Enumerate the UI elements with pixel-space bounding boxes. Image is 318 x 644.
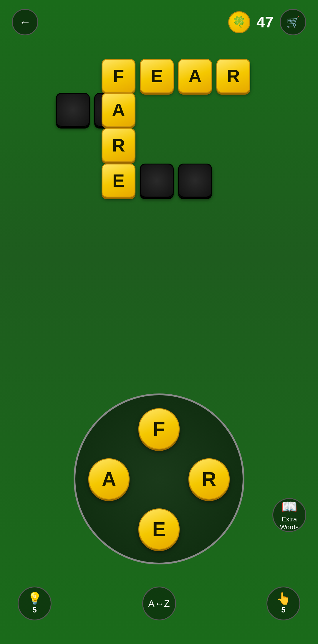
bottom-toolbar: 💡 5 A↔Z 👆 5: [0, 587, 318, 620]
crossword-area: F E A R A R E: [0, 59, 318, 230]
back-button[interactable]: ←: [12, 9, 38, 35]
tile-black-4: [178, 164, 212, 197]
letter-F-circle[interactable]: F: [138, 408, 180, 449]
tile-R-mid: R: [102, 128, 135, 162]
crossword-grid: F E A R A R E: [56, 59, 262, 230]
tile-R-top: R: [216, 59, 250, 93]
extra-words-label: Extra Words: [273, 515, 305, 531]
cart-icon: 🛒: [286, 16, 300, 28]
hint-count: 5: [32, 605, 37, 615]
cart-button[interactable]: 🛒: [280, 9, 306, 35]
tile-black-1: [56, 93, 90, 127]
extra-words-icon: 📖: [281, 499, 297, 514]
tile-E-top: E: [140, 59, 174, 93]
letter-wheel: F A R E: [71, 391, 247, 567]
finger-icon: 👆: [276, 592, 291, 604]
score-count: 47: [253, 13, 277, 31]
tile-A-top: A: [178, 59, 212, 93]
finger-hint-button[interactable]: 👆 5: [266, 587, 300, 620]
coin-icon: 🍀: [228, 11, 250, 33]
hint-button[interactable]: 💡 5: [18, 587, 52, 620]
shuffle-icon: A↔Z: [148, 599, 170, 608]
back-arrow-icon: ←: [19, 16, 31, 29]
tile-A-mid: A: [102, 93, 135, 127]
extra-words-button[interactable]: 📖 Extra Words: [272, 498, 306, 532]
letter-A-circle[interactable]: A: [88, 458, 130, 500]
tile-black-3: [140, 164, 174, 197]
tile-E-mid: E: [102, 164, 135, 197]
header: ← 🍀 47 🛒: [0, 9, 318, 35]
hint-icon: 💡: [27, 592, 42, 604]
letter-R-circle[interactable]: R: [188, 458, 230, 500]
shuffle-button[interactable]: A↔Z: [142, 587, 176, 620]
score-area: 🍀 47 🛒: [228, 9, 306, 35]
finger-count: 5: [281, 605, 285, 615]
tile-F-top: F: [102, 59, 135, 93]
letter-E-circle[interactable]: E: [138, 508, 180, 550]
